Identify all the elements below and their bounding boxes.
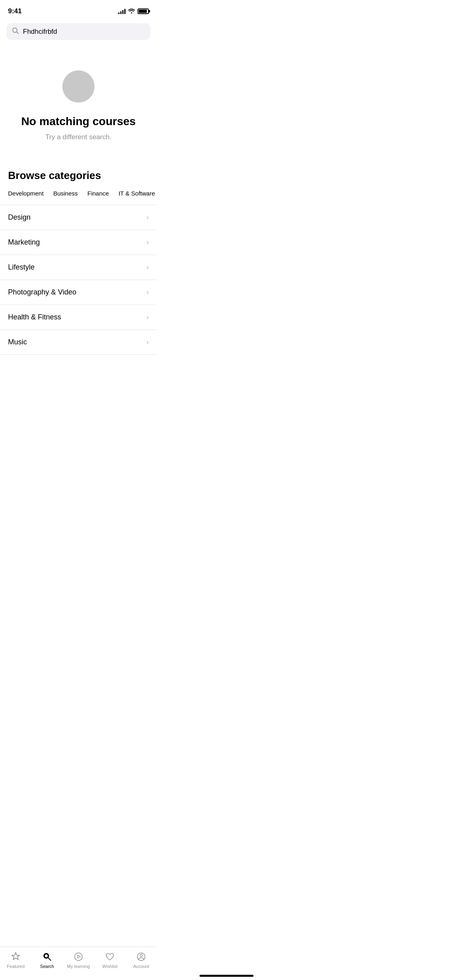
category-label-lifestyle: Lifestyle (8, 263, 35, 272)
search-icon (12, 27, 19, 36)
tab-development[interactable]: Development (8, 188, 43, 198)
category-label-music: Music (8, 338, 27, 346)
chevron-right-icon: › (146, 338, 149, 346)
category-item-design[interactable]: Design › (0, 205, 157, 230)
status-icons (118, 8, 149, 15)
empty-state: No matching courses Try a different sear… (0, 46, 157, 157)
category-item-health[interactable]: Health & Fitness › (0, 305, 157, 330)
wifi-icon (128, 8, 135, 15)
tab-it-software[interactable]: IT & Software (119, 188, 155, 198)
empty-state-subtitle: Try a different search. (45, 133, 111, 141)
empty-state-illustration (62, 70, 95, 103)
category-item-lifestyle[interactable]: Lifestyle › (0, 255, 157, 280)
status-time: 9:41 (8, 7, 22, 15)
category-tabs: Development Business Finance IT & Softwa… (0, 188, 157, 205)
category-item-photography[interactable]: Photography & Video › (0, 280, 157, 305)
search-query-text: Fhdhcifrbfd (23, 28, 57, 36)
battery-icon (138, 8, 149, 14)
chevron-right-icon: › (146, 263, 149, 272)
chevron-right-icon: › (146, 238, 149, 247)
svg-line-1 (16, 32, 19, 34)
browse-categories-section: Browse categories Development Business F… (0, 157, 157, 355)
category-item-music[interactable]: Music › (0, 330, 157, 355)
tab-finance[interactable]: Finance (87, 188, 109, 198)
browse-categories-title: Browse categories (0, 169, 157, 188)
search-box[interactable]: Fhdhcifrbfd (6, 23, 150, 40)
category-label-design: Design (8, 213, 31, 222)
tab-business[interactable]: Business (53, 188, 78, 198)
category-label-marketing: Marketing (8, 238, 40, 247)
chevron-right-icon: › (146, 313, 149, 321)
signal-bars-icon (118, 8, 126, 14)
category-list: Design › Marketing › Lifestyle › Photogr… (0, 205, 157, 355)
search-container: Fhdhcifrbfd (0, 20, 157, 46)
chevron-right-icon: › (146, 213, 149, 222)
empty-state-title: No matching courses (21, 115, 136, 128)
category-item-marketing[interactable]: Marketing › (0, 230, 157, 255)
category-label-health: Health & Fitness (8, 313, 61, 321)
category-label-photography: Photography & Video (8, 288, 76, 296)
chevron-right-icon: › (146, 288, 149, 296)
status-bar: 9:41 (0, 0, 157, 20)
